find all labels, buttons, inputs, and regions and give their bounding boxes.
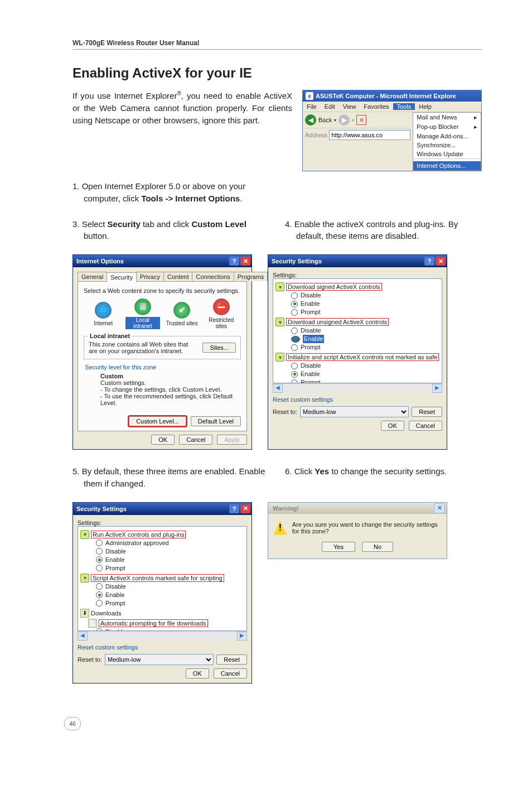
- close-icon[interactable]: ✕: [434, 503, 445, 513]
- radio-enable[interactable]: [291, 301, 298, 307]
- ie-title-bar: e ASUSTeK Computer - Microsoft Internet …: [303, 90, 481, 102]
- radio-disable[interactable]: [96, 628, 103, 631]
- tools-item-internet-options[interactable]: Internet Options...: [413, 161, 481, 170]
- radio-enable[interactable]: [96, 591, 103, 598]
- help-icon[interactable]: ?: [424, 257, 434, 266]
- zone-description: This zone contains all Web sites that ar…: [89, 341, 189, 354]
- menu-help[interactable]: Help: [415, 103, 436, 110]
- scroll-left-icon[interactable]: ◀: [273, 384, 283, 393]
- zone-trusted[interactable]: ✔ Trusted sites: [165, 302, 199, 326]
- page-header: WL-700gE Wireless Router User Manual: [72, 39, 482, 50]
- menu-tools[interactable]: Tools: [393, 103, 415, 110]
- help-icon[interactable]: ?: [229, 257, 239, 266]
- cat-script-activex: Script ActiveX controls marked safe for …: [91, 574, 224, 582]
- step-3: 3. Select Security tab and click Custom …: [72, 218, 269, 243]
- file-download-icon: 📄: [88, 619, 97, 628]
- radio-prompt[interactable]: [291, 309, 298, 316]
- yes-button[interactable]: Yes: [322, 542, 355, 552]
- back-label[interactable]: Back: [318, 117, 332, 123]
- help-icon[interactable]: ?: [229, 504, 239, 513]
- reset-to-select[interactable]: Medium-low: [105, 654, 214, 665]
- zone-internet[interactable]: 🌐 Internet: [86, 302, 120, 326]
- scroll-right-icon[interactable]: ▶: [237, 632, 247, 641]
- tools-item-addons[interactable]: Manage Add-ons...: [413, 132, 481, 141]
- security-settings-title-bar: Security Settings ? ✕: [73, 503, 252, 515]
- activex-icon: ▾: [80, 574, 89, 583]
- back-button-icon[interactable]: ◀: [305, 114, 316, 126]
- intro-paragraph: If you use Internet Explorer®, you need …: [72, 90, 292, 126]
- menu-view[interactable]: View: [339, 103, 360, 110]
- scroll-right-icon[interactable]: ▶: [432, 384, 442, 393]
- horizontal-scrollbar[interactable]: ◀ ▶: [78, 631, 247, 641]
- tools-item-update[interactable]: Windows Update: [413, 150, 481, 158]
- tab-security[interactable]: Security: [107, 272, 137, 282]
- radio-admin[interactable]: [96, 540, 103, 546]
- horizontal-scrollbar[interactable]: ◀ ▶: [273, 383, 442, 393]
- ok-button[interactable]: OK: [381, 421, 404, 431]
- back-dropdown-icon[interactable]: ▾: [334, 118, 336, 123]
- close-icon[interactable]: ✕: [240, 504, 250, 513]
- reset-button[interactable]: Reset: [412, 407, 442, 417]
- cancel-button[interactable]: Cancel: [179, 435, 212, 445]
- cancel-button[interactable]: Cancel: [409, 421, 442, 431]
- cat-download-unsigned: Download unsigned ActiveX controls: [286, 318, 389, 326]
- tools-item-popup[interactable]: Pop-up Blocker▸: [413, 122, 481, 132]
- zone-list[interactable]: 🌐 Internet 🖥 Local intranet ✔ Trusted si…: [84, 299, 241, 329]
- ok-button[interactable]: OK: [151, 435, 175, 445]
- reset-to-select[interactable]: Medium-low: [300, 406, 409, 417]
- radio-disable[interactable]: [291, 328, 298, 334]
- tab-content[interactable]: Content: [163, 272, 193, 281]
- page-number-badge: 46: [64, 717, 81, 730]
- tab-programs[interactable]: Programs: [234, 272, 268, 281]
- tools-item-sync[interactable]: Synchronize...: [413, 141, 481, 150]
- tools-item-mail[interactable]: Mail and News▸: [413, 113, 481, 122]
- cat-auto-prompt: Automatic prompting for file downloads: [99, 619, 208, 627]
- radio-disable[interactable]: [96, 583, 103, 590]
- forward-button-icon: ▶: [338, 114, 350, 126]
- default-level-button[interactable]: Default Level: [191, 416, 241, 426]
- close-icon[interactable]: ✕: [436, 257, 446, 266]
- radio-disable[interactable]: [291, 292, 298, 299]
- radio-enable[interactable]: [291, 336, 300, 343]
- zone-restricted[interactable]: ⛔ Restricted sites: [204, 299, 239, 329]
- radio-prompt[interactable]: [96, 600, 103, 607]
- activex-icon: ▾: [275, 353, 284, 362]
- radio-prompt[interactable]: [291, 344, 298, 351]
- tab-connections[interactable]: Connections: [192, 272, 234, 281]
- tools-dropdown[interactable]: Mail and News▸ Pop-up Blocker▸ Manage Ad…: [413, 112, 481, 171]
- radio-enable[interactable]: [291, 371, 298, 378]
- menu-edit[interactable]: Edit: [321, 103, 339, 110]
- security-settings-title-bar: Security Settings ? ✕: [268, 255, 447, 267]
- step-5: 5. By default, these three items are ena…: [72, 465, 269, 490]
- custom-desc-2: - To change the settings, click Custom L…: [100, 386, 241, 393]
- radio-prompt[interactable]: [291, 379, 298, 384]
- scroll-left-icon[interactable]: ◀: [78, 632, 88, 641]
- registered-mark: ®: [177, 90, 181, 97]
- ok-button[interactable]: OK: [186, 668, 209, 678]
- tab-general[interactable]: General: [78, 272, 107, 281]
- radio-disable[interactable]: [291, 363, 298, 369]
- reset-to-label: Reset to:: [78, 656, 102, 663]
- reset-button[interactable]: Reset: [216, 654, 247, 665]
- custom-level-button[interactable]: Custom Level...: [129, 416, 186, 426]
- radio-disable[interactable]: [96, 548, 103, 555]
- ie-menu-bar[interactable]: File Edit View Favorites Tools Help: [303, 102, 481, 112]
- internet-options-tabs[interactable]: General Security Privacy Content Connect…: [78, 272, 247, 281]
- tab-privacy[interactable]: Privacy: [136, 272, 164, 281]
- no-button[interactable]: No: [362, 542, 393, 552]
- internet-options-title-bar: Internet Options ? ✕: [73, 255, 252, 267]
- radio-enable[interactable]: [96, 556, 103, 563]
- cancel-button[interactable]: Cancel: [214, 668, 247, 678]
- close-icon[interactable]: ✕: [240, 257, 250, 266]
- address-input[interactable]: [329, 130, 410, 140]
- sites-button[interactable]: Sites...: [202, 343, 236, 353]
- settings-tree[interactable]: ▾Download signed ActiveX controls Disabl…: [273, 278, 442, 383]
- radio-prompt[interactable]: [96, 565, 103, 571]
- stop-button-icon[interactable]: ✕: [356, 115, 366, 125]
- internet-options-dialog: Internet Options ? ✕ General Security Pr…: [72, 254, 252, 450]
- zone-local-intranet[interactable]: 🖥 Local intranet: [125, 299, 160, 329]
- settings-tree[interactable]: ▾Run ActiveX controls and plug-ins Admin…: [78, 526, 247, 631]
- menu-file[interactable]: File: [303, 103, 321, 110]
- custom-desc-1: Custom settings.: [100, 379, 241, 386]
- menu-favorites[interactable]: Favorites: [360, 103, 393, 110]
